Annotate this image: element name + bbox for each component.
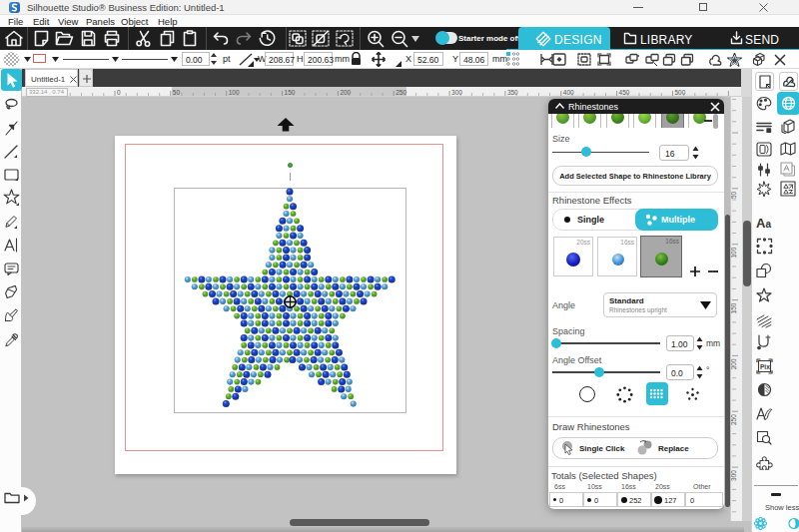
svg-text:250: 250 xyxy=(731,414,737,425)
svg-text:50: 50 xyxy=(731,191,737,199)
svg-text:300: 300 xyxy=(731,470,737,481)
svg-text:0: 0 xyxy=(117,89,121,96)
svg-text:100: 100 xyxy=(731,247,737,258)
svg-text:200: 200 xyxy=(731,358,737,369)
svg-text:150: 150 xyxy=(731,302,737,313)
svg-text:150: 150 xyxy=(285,89,296,96)
svg-text:Pix: Pix xyxy=(760,363,770,370)
svg-text:50: 50 xyxy=(173,89,181,96)
